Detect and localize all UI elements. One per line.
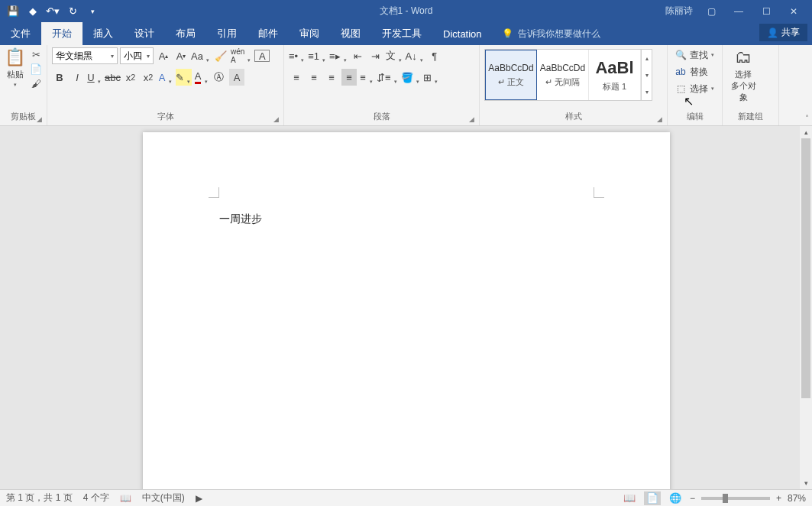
redo-icon[interactable]: ↻	[64, 3, 81, 20]
increase-indent-icon[interactable]: ⇥	[368, 47, 383, 64]
character-shading-icon[interactable]: A	[229, 69, 244, 86]
decrease-indent-icon[interactable]: ⇤	[351, 47, 366, 64]
subscript-button[interactable]: x2	[123, 69, 138, 86]
line-spacing-button[interactable]: ⇵≡	[377, 69, 399, 86]
find-button[interactable]: 🔍 查找 ▾	[672, 47, 717, 63]
tab-developer[interactable]: 开发工具	[371, 22, 432, 45]
character-border-icon[interactable]: A	[254, 50, 270, 62]
font-color-button[interactable]: A	[194, 69, 209, 86]
scroll-up-icon[interactable]: ▴	[800, 126, 812, 138]
distribute-button[interactable]: ≡	[359, 69, 374, 86]
clear-formatting-icon[interactable]: 🧹	[213, 47, 228, 64]
macro-icon[interactable]: ▶	[196, 493, 202, 504]
style-normal[interactable]: AaBbCcDd ↵ 正文	[485, 50, 537, 100]
enclose-characters-icon[interactable]: Ⓐ	[212, 69, 227, 86]
font-size-combo[interactable]: 小四 ▾	[120, 47, 154, 64]
zoom-in-icon[interactable]: +	[776, 493, 781, 504]
cut-icon[interactable]: ✂	[28, 47, 44, 61]
style-nospacing[interactable]: AaBbCcDd ↵ 无间隔	[537, 50, 589, 100]
phonetic-guide-button[interactable]: wénA	[231, 47, 252, 64]
font-launcher-icon[interactable]: ◢	[273, 115, 279, 123]
undo-icon[interactable]: ↶▾	[44, 3, 61, 20]
tab-view[interactable]: 视图	[330, 22, 371, 45]
styles-more-icon[interactable]: ▾	[642, 83, 652, 100]
copy-icon[interactable]: 📄	[28, 62, 44, 76]
page[interactable]: 一周进步	[143, 132, 670, 489]
user-name: 陈丽诗	[665, 5, 693, 18]
tab-references[interactable]: 引用	[206, 22, 247, 45]
align-right-icon[interactable]: ≡	[324, 69, 339, 86]
superscript-button[interactable]: x2	[141, 69, 156, 86]
borders-button[interactable]: ⊞	[423, 69, 439, 86]
zoom-out-icon[interactable]: −	[690, 493, 695, 504]
repeat-icon[interactable]: ◆	[24, 3, 41, 20]
document-area[interactable]: 一周进步	[0, 126, 812, 489]
select-button[interactable]: ⬚ 选择 ▾	[672, 81, 717, 96]
styles-down-icon[interactable]: ▾	[642, 66, 652, 83]
tab-mailings[interactable]: 邮件	[247, 22, 289, 45]
bullets-button[interactable]: ≡•	[289, 47, 306, 64]
tab-home[interactable]: 开始	[41, 22, 82, 45]
tab-review[interactable]: 审阅	[289, 22, 330, 45]
word-count[interactable]: 4 个字	[83, 491, 109, 504]
multilevel-list-button[interactable]: ≡▸	[329, 47, 348, 64]
clipboard-group-label: 剪贴板 ◢	[5, 109, 42, 125]
text-effects-button[interactable]: A	[158, 69, 173, 86]
share-button[interactable]: 👤 共享	[759, 24, 807, 41]
clipboard-launcher-icon[interactable]: ◢	[37, 115, 42, 123]
page-info[interactable]: 第 1 页，共 1 页	[6, 491, 73, 504]
ribbon-display-icon[interactable]: ▢	[697, 2, 725, 21]
qat-customize-icon[interactable]: ▾	[84, 3, 101, 20]
zoom-value[interactable]: 87%	[788, 493, 806, 504]
justify-icon[interactable]: ≡	[341, 69, 357, 86]
maximize-icon[interactable]: ☐	[752, 2, 780, 21]
tab-design[interactable]: 设计	[124, 22, 165, 45]
styles-up-icon[interactable]: ▴	[642, 50, 652, 66]
minimize-icon[interactable]: —	[725, 2, 752, 21]
shrink-font-icon[interactable]: A▾	[173, 47, 189, 64]
document-content[interactable]: 一周进步	[219, 210, 263, 226]
numbering-button[interactable]: ≡1	[308, 47, 327, 64]
scroll-thumb[interactable]	[801, 138, 810, 398]
sort-button[interactable]: A↓	[406, 47, 425, 64]
share-icon: 👤	[767, 28, 778, 38]
format-painter-icon[interactable]: 🖌	[28, 76, 44, 90]
font-name-combo[interactable]: 华文细黑 ▾	[52, 47, 118, 64]
styles-launcher-icon[interactable]: ◢	[657, 115, 662, 123]
grow-font-icon[interactable]: A▴	[156, 47, 171, 64]
read-mode-icon[interactable]: 📖	[621, 491, 638, 505]
strikethrough-button[interactable]: abc	[105, 69, 121, 86]
tab-file[interactable]: 文件	[0, 22, 41, 45]
change-case-button[interactable]: Aa	[191, 47, 211, 64]
align-left-icon[interactable]: ≡	[289, 69, 304, 86]
vertical-scrollbar[interactable]: ▴ ▾	[800, 126, 812, 489]
tab-dictation[interactable]: Dictation	[432, 22, 493, 45]
style-heading1[interactable]: AaBl 标题 1	[589, 50, 641, 100]
scroll-down-icon[interactable]: ▾	[800, 477, 812, 489]
shading-button[interactable]: 🪣	[401, 69, 421, 86]
paragraph-launcher-icon[interactable]: ◢	[469, 115, 474, 123]
style-name: 标题 1	[603, 81, 626, 92]
align-center-icon[interactable]: ≡	[306, 69, 322, 86]
show-marks-icon[interactable]: ¶	[427, 47, 442, 64]
proofing-icon[interactable]: 📖	[120, 493, 131, 504]
save-icon[interactable]: 💾	[5, 3, 21, 20]
tell-me-box[interactable]: 💡 告诉我你想要做什么	[502, 22, 600, 45]
collapse-ribbon-icon[interactable]: ˄	[805, 114, 809, 122]
web-layout-icon[interactable]: 🌐	[667, 491, 684, 505]
tab-layout[interactable]: 布局	[165, 22, 206, 45]
paste-button[interactable]: 📋 粘贴 ▾	[5, 47, 25, 88]
replace-button[interactable]: ab 替换	[672, 64, 717, 79]
asian-layout-button[interactable]: 文	[386, 47, 403, 64]
print-layout-icon[interactable]: 📄	[644, 491, 661, 505]
language-status[interactable]: 中文(中国)	[142, 491, 185, 504]
underline-button[interactable]: U	[87, 69, 102, 86]
zoom-thumb[interactable]	[723, 494, 728, 503]
highlight-button[interactable]: ✎	[176, 69, 192, 86]
zoom-slider[interactable]	[701, 497, 770, 500]
italic-button[interactable]: I	[70, 69, 85, 86]
close-icon[interactable]: ✕	[780, 2, 807, 21]
bold-button[interactable]: B	[52, 69, 67, 86]
select-multiple-button[interactable]: 🗂 选择 多个对象	[727, 47, 759, 103]
tab-insert[interactable]: 插入	[82, 22, 124, 45]
